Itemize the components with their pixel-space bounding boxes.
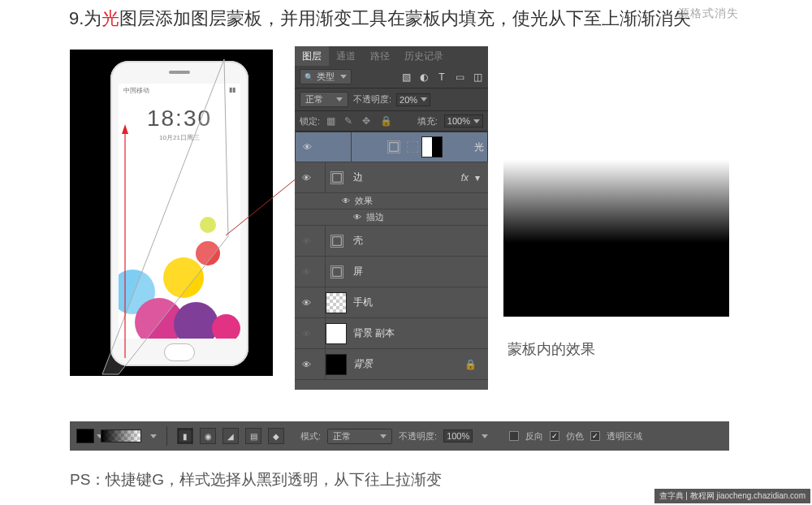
wallpaper-blobs	[119, 217, 240, 339]
layer-phone[interactable]: 👁 手机	[295, 287, 488, 318]
fill-value[interactable]: 100%	[444, 114, 483, 127]
watermark-top: 源格式消失	[678, 6, 739, 21]
tab-layers[interactable]: 图层	[295, 46, 329, 66]
phone-mockup: 中国移动 ▮▮ 18:30 10月21日周三	[110, 61, 248, 366]
step-highlight: 光	[102, 8, 119, 28]
visibility-toggle[interactable]: 👁	[298, 298, 314, 308]
diamond-gradient-button[interactable]: ◆	[268, 428, 284, 444]
opacity-value[interactable]: 20%	[396, 93, 430, 106]
canvas-preview: 中国移动 ▮▮ 18:30 10月21日周三	[70, 50, 273, 376]
mask-gradient-preview	[503, 86, 729, 317]
layer-name[interactable]: 背景 副本	[353, 326, 395, 340]
step-number: 9.	[69, 8, 84, 28]
radial-gradient-button[interactable]: ◉	[200, 428, 216, 444]
lock-icon: 🔒	[464, 359, 477, 370]
visibility-toggle[interactable]: 👁	[298, 267, 314, 277]
dither-checkbox[interactable]	[550, 431, 559, 441]
fx-badge[interactable]: fx	[461, 172, 469, 183]
filter-row: 类型 ▧ ◐ T ▭ ◫	[295, 66, 488, 88]
reverse-label: 反向	[525, 430, 543, 442]
gradient-picker[interactable]	[101, 429, 141, 442]
lock-position-icon[interactable]: ✥	[362, 115, 374, 127]
filter-adjust-icon[interactable]: ◐	[418, 71, 430, 83]
mode-label: 模式:	[300, 430, 321, 442]
mask-thumbnail[interactable]	[421, 136, 443, 158]
chevron-down-icon[interactable]: ▾	[475, 172, 480, 183]
angle-gradient-button[interactable]: ◢	[222, 428, 239, 444]
layer-thumbnail[interactable]	[326, 292, 347, 313]
mode-select[interactable]: 正常	[327, 429, 392, 444]
transparency-label: 透明区域	[607, 430, 642, 442]
filter-type-icon[interactable]: T	[436, 71, 447, 83]
layer-stroke-row[interactable]: 👁描边	[295, 209, 488, 226]
svg-rect-8	[333, 267, 342, 276]
tb-opacity-label: 不透明度:	[399, 430, 437, 442]
layer-light[interactable]: 👁 光	[295, 132, 488, 162]
layer-shell[interactable]: 👁 壳	[295, 226, 488, 257]
dither-label: 仿色	[566, 430, 584, 442]
visibility-toggle[interactable]: 👁	[298, 360, 314, 369]
foreground-swatch[interactable]	[76, 429, 94, 443]
visibility-toggle[interactable]: 👁	[298, 236, 314, 246]
filter-pixel-icon[interactable]: ▧	[400, 71, 412, 83]
step-rest: 图层添加图层蒙板，并用渐变工具在蒙板内填充，使光从下至上渐渐消失	[119, 8, 691, 28]
layer-thumbnail[interactable]	[326, 323, 347, 344]
gradient-picker-dropdown[interactable]	[150, 434, 157, 438]
watermark-bottom: 查字典 | 教程网 jiaocheng.chazidian.com	[654, 489, 810, 503]
step-heading: 9.为光图层添加图层蒙板，并用渐变工具在蒙板内填充，使光从下至上渐渐消失	[69, 6, 691, 31]
phone-screen: 中国移动 ▮▮ 18:30 10月21日周三	[119, 84, 240, 339]
gradient-toolbar: ▮ ◉ ◢ ▤ ◆ 模式: 正常 不透明度: 100% 反向 仿色 透明区域	[70, 421, 729, 451]
layer-list: 👁 光 👁 边 fx ▾ 👁效果 👁描边 👁	[295, 132, 488, 380]
reverse-checkbox[interactable]	[509, 431, 519, 441]
shape-thumb-icon	[387, 140, 400, 153]
opacity-label: 不透明度:	[353, 93, 391, 106]
home-button	[164, 343, 195, 361]
reflected-gradient-button[interactable]: ▤	[245, 428, 261, 444]
stroke-label: 描边	[366, 212, 384, 222]
filter-shape-icon[interactable]: ▭	[454, 71, 465, 83]
layer-name[interactable]: 背景	[353, 357, 373, 371]
battery-icon: ▮▮	[229, 86, 235, 95]
layer-screen[interactable]: 👁 屏	[295, 257, 488, 287]
linear-gradient-button[interactable]: ▮	[177, 428, 193, 444]
ps-text: 快捷键G，样式选择从黑到透明，从下往上拉渐变	[106, 471, 442, 488]
blend-mode-select[interactable]: 正常	[300, 92, 348, 107]
layer-effects-row[interactable]: 👁效果	[295, 193, 488, 209]
shape-thumb-icon	[330, 171, 343, 184]
step-prefix: 为	[84, 8, 102, 28]
tb-opacity-value[interactable]: 100%	[443, 429, 473, 442]
tb-opacity-dropdown[interactable]	[482, 434, 488, 438]
layers-panel: 图层 通道 路径 历史记录 类型 ▧ ◐ T ▭ ◫ 正常 不透明度: 20% …	[295, 46, 488, 390]
panel-tabs: 图层 通道 路径 历史记录	[295, 46, 488, 66]
mask-caption: 蒙板内的效果	[508, 339, 595, 359]
lock-row: 锁定: ▦ ✎ ✥ 🔒 填充: 100%	[295, 111, 488, 132]
layer-name[interactable]: 壳	[353, 234, 363, 248]
status-bar: 中国移动 ▮▮	[119, 84, 240, 97]
layer-bg-copy[interactable]: 👁 背景 副本	[295, 318, 488, 349]
tab-channels[interactable]: 通道	[329, 46, 363, 66]
visibility-toggle[interactable]: 👁	[298, 173, 314, 183]
lock-pixels-icon[interactable]: ✎	[344, 115, 356, 127]
lock-all-icon[interactable]: 🔒	[380, 115, 391, 127]
link-mask-icon[interactable]	[407, 141, 418, 153]
layer-thumbnail[interactable]	[326, 354, 347, 375]
visibility-toggle[interactable]: 👁	[299, 142, 315, 152]
tab-paths[interactable]: 路径	[363, 46, 397, 66]
layer-edge[interactable]: 👁 边 fx ▾	[295, 162, 488, 193]
visibility-toggle[interactable]: 👁	[298, 329, 314, 339]
phone-speaker	[169, 71, 190, 74]
layer-bg[interactable]: 👁 背景 🔒	[295, 349, 488, 380]
filter-smart-icon[interactable]: ◫	[472, 71, 483, 83]
effects-label: 效果	[355, 196, 373, 205]
layer-name[interactable]: 光	[474, 140, 484, 154]
layer-name[interactable]: 边	[353, 170, 363, 184]
tab-history[interactable]: 历史记录	[397, 46, 451, 66]
filter-type-dropdown[interactable]: 类型	[300, 69, 352, 84]
transparency-checkbox[interactable]	[590, 431, 600, 441]
lockscreen-time: 18:30	[119, 106, 240, 132]
lockscreen-date: 10月21日周三	[119, 133, 240, 142]
layer-name[interactable]: 屏	[353, 265, 363, 278]
ps-note: PS：快捷键G，样式选择从黑到透明，从下往上拉渐变	[70, 469, 442, 490]
layer-name[interactable]: 手机	[353, 296, 373, 309]
lock-transparent-icon[interactable]: ▦	[326, 115, 338, 127]
